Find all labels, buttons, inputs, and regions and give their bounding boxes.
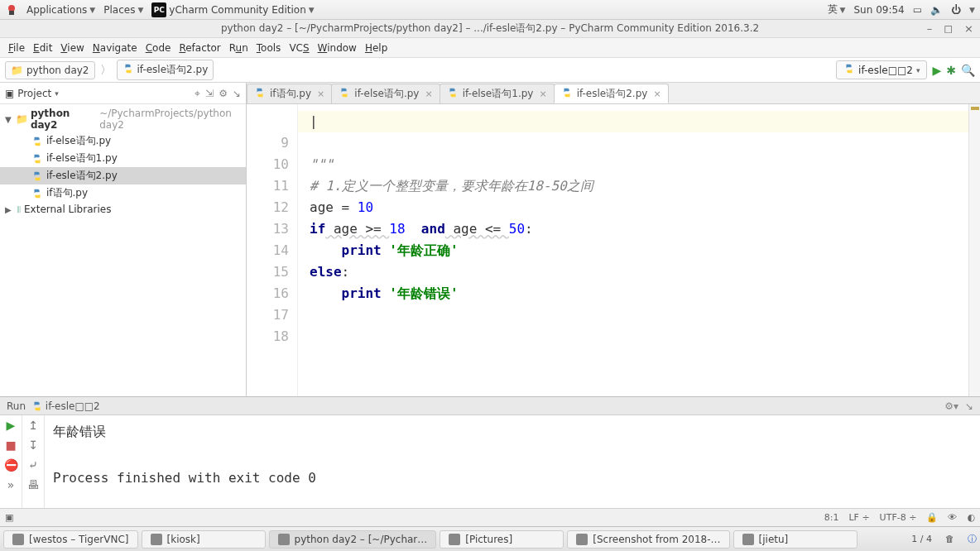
line-separator[interactable]: LF ÷ [848, 512, 869, 523]
project-file[interactable]: if-else语句1.py [0, 150, 246, 167]
external-libraries-label: External Libraries [24, 204, 111, 215]
places-label: Places [103, 4, 135, 16]
gutter[interactable]: 9 10 11 12 13 14 15 16 17 18 [247, 104, 298, 396]
editor-tab[interactable]: if语句.py× [247, 84, 332, 103]
taskbar-item[interactable]: [westos – TigerVNC] [3, 530, 138, 549]
down-stack-icon[interactable]: ↧ [28, 438, 38, 452]
workspace-pager[interactable]: 1 / 4 [911, 534, 932, 544]
taskbar-item[interactable]: [Screenshot from 2018-… [567, 530, 729, 549]
print-icon[interactable]: 🖶 [27, 478, 39, 491]
project-file-label: if-else语句.py [46, 134, 111, 148]
run-config-label: if-esle□□2 [858, 65, 913, 76]
run-button[interactable]: ▶ [932, 64, 941, 77]
close-icon[interactable]: × [539, 89, 546, 99]
editor-tab[interactable]: if-else语句1.py× [440, 84, 555, 103]
editor-tabs: if语句.py×if-else语句.py×if-else语句1.py×if-es… [247, 83, 980, 104]
taskbar-item[interactable]: python day2 – [~/Pychar… [269, 530, 437, 549]
collapse-all-icon[interactable]: ⇲ [205, 88, 214, 99]
breadcrumb-root[interactable]: 📁 python day2 [5, 61, 95, 79]
editor-area: if语句.py×if-else语句.py×if-else语句1.py×if-es… [247, 83, 980, 396]
tool-window-toggle[interactable]: ▣ [5, 512, 13, 523]
gear-icon[interactable]: ⚙ [219, 88, 228, 99]
menu-refactor[interactable]: Refactor [175, 41, 223, 55]
expand-arrow-icon[interactable]: ▼ [5, 115, 12, 124]
memory-icon[interactable]: ◐ [967, 512, 975, 523]
debug-button[interactable]: ✱ [946, 64, 956, 77]
dump-threads-button[interactable]: ⛔ [4, 458, 18, 472]
editor-markers[interactable] [968, 104, 980, 396]
project-view-selector[interactable]: ▣ Project [5, 88, 51, 99]
taskbar-item[interactable]: [jietu] [733, 530, 858, 549]
menu-navigate[interactable]: Navigate [89, 41, 141, 55]
caret-position[interactable]: 8:1 [824, 512, 839, 523]
close-button[interactable]: × [964, 22, 973, 35]
code-area[interactable]: | """ # 1.定义一个整型变量，要求年龄在18-50之间 age = 10… [298, 104, 968, 396]
menu-window[interactable]: Window [315, 41, 360, 55]
stop-button[interactable]: ■ [5, 438, 16, 452]
scroll-from-src-icon[interactable]: ⌖ [195, 88, 200, 99]
taskbar-item[interactable]: [kiosk] [142, 530, 266, 549]
taskbar-item-label: [Pictures] [465, 534, 512, 545]
project-root[interactable]: ▼ 📁 python day2 ~/PycharmProjects/python… [0, 106, 246, 132]
code-editor[interactable]: 9 10 11 12 13 14 15 16 17 18 | """ # 1.定… [247, 104, 980, 396]
editor-tab[interactable]: if-esle语句2.py× [554, 84, 669, 103]
run-output[interactable]: 年龄错误 Process finished with exit code 0 [45, 415, 980, 508]
lock-icon[interactable]: 🔒 [926, 512, 938, 523]
menu-vcs[interactable]: VCS [286, 41, 312, 55]
external-libraries[interactable]: ▶ ⫴ External Libraries [0, 202, 246, 217]
battery-icon[interactable]: ▭ [913, 4, 922, 16]
editor-tab[interactable]: if-else语句.py× [331, 84, 440, 103]
python-file-icon [339, 87, 350, 101]
expand-arrow-icon[interactable]: ▶ [5, 205, 13, 214]
menu-view[interactable]: View [57, 41, 87, 55]
applications-menu[interactable]: Applications▼ [26, 4, 95, 16]
project-file[interactable]: if-esle语句2.py [0, 167, 246, 184]
project-file-label: if-else语句1.py [46, 151, 118, 165]
activities-icon[interactable] [5, 3, 18, 17]
minimize-button[interactable]: – [927, 22, 933, 35]
hide-icon[interactable]: ↘ [233, 88, 241, 99]
project-tree[interactable]: ▼ 📁 python day2 ~/PycharmProjects/python… [0, 104, 246, 396]
close-icon[interactable]: × [317, 89, 324, 99]
project-file-label: if-esle语句2.py [46, 169, 118, 183]
power-icon[interactable]: ⏻ [951, 4, 961, 16]
project-file[interactable]: if-else语句.py [0, 132, 246, 150]
input-lang[interactable]: 英▼ [828, 2, 846, 17]
gear-icon[interactable]: ⚙▾ [944, 400, 958, 412]
maximize-button[interactable]: ◻ [944, 22, 953, 35]
taskbar-item-label: [Screenshot from 2018-… [593, 534, 720, 545]
project-file-label: if语句.py [46, 186, 88, 200]
taskbar-item[interactable]: [Pictures] [440, 530, 564, 549]
close-icon[interactable]: × [653, 89, 661, 99]
python-file-icon [254, 87, 266, 101]
app-switcher[interactable]: PCyCharm Community Edition▼ [151, 2, 314, 17]
volume-icon[interactable]: 🔈 [930, 4, 943, 16]
file-encoding[interactable]: UTF-8 ÷ [880, 512, 917, 523]
up-stack-icon[interactable]: ↥ [28, 419, 38, 432]
breadcrumb-file[interactable]: if-esle语句2.py [117, 60, 214, 80]
menu-run[interactable]: Run [226, 41, 252, 55]
trash-icon[interactable]: 🗑 [945, 534, 954, 544]
places-menu[interactable]: Places▼ [103, 4, 143, 16]
menu-code[interactable]: Code [142, 41, 175, 55]
clock[interactable]: Sun 09:54 [854, 4, 905, 16]
hide-icon[interactable]: ↘ [965, 400, 973, 412]
process-exit-line: Process finished with exit code 0 [53, 467, 972, 490]
more-icon[interactable]: » [7, 478, 15, 491]
menu-file[interactable]: File [5, 41, 28, 55]
run-config-selector[interactable]: if-esle□□2 ▾ [836, 60, 927, 79]
rerun-button[interactable]: ▶ [7, 419, 16, 432]
menu-help[interactable]: Help [362, 41, 391, 55]
search-everywhere-button[interactable]: 🔍 [961, 64, 975, 77]
inspector-icon[interactable]: 👁 [948, 512, 957, 523]
menu-edit[interactable]: Edit [30, 41, 55, 55]
project-file[interactable]: if语句.py [0, 184, 246, 202]
caret-down-icon: ▼ [840, 6, 846, 14]
info-icon[interactable]: ⓘ [968, 533, 977, 545]
svg-point-0 [8, 5, 15, 12]
menu-tools[interactable]: Tools [253, 41, 285, 55]
soft-wrap-icon[interactable]: ⤶ [28, 458, 38, 472]
close-icon[interactable]: × [425, 89, 432, 99]
warning-marker[interactable] [971, 107, 979, 110]
status-bar: ▣ 8:1 LF ÷ UTF-8 ÷ 🔒 👁 ◐ [0, 508, 980, 526]
